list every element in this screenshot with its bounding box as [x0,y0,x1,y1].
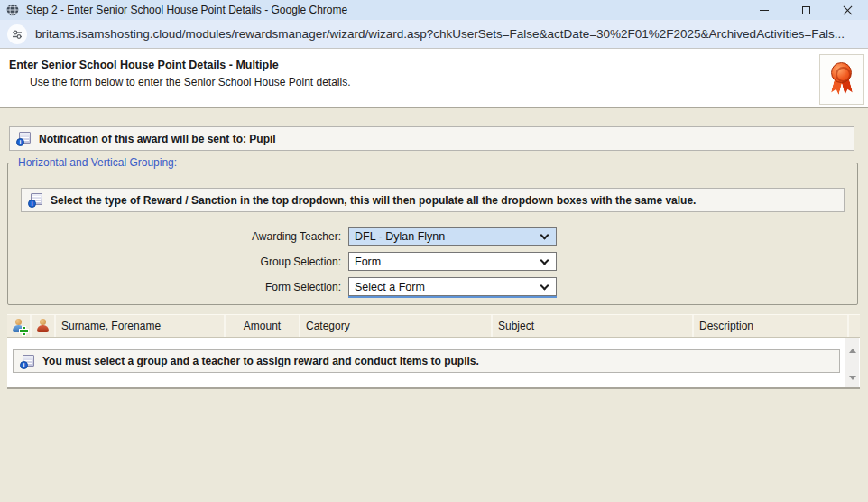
page-title: Enter Senior School House Point Details … [9,59,279,71]
column-surname-forename: Surname, Forename [56,315,226,337]
pupil-header-cell[interactable] [32,315,56,337]
column-category: Category [300,315,493,337]
form-selection-row: Form Selection: Select a Form [8,277,857,296]
table-scrollbar[interactable] [845,338,859,387]
window-title: Step 2 - Enter Senior School House Point… [26,4,347,16]
chevron-down-icon [540,231,549,240]
form-info-icon [21,355,34,368]
window-titlebar: Step 2 - Enter Senior School House Point… [0,0,868,20]
empty-table-message-bar: You must select a group and a teacher to… [13,349,840,373]
address-bar[interactable]: britams.isamshosting.cloud/modules/rewar… [0,20,868,49]
form-info-icon [29,193,42,207]
grouping-fieldset: Horizontal and Vertical Grouping: Select… [7,163,858,305]
page-header: Enter Senior School House Point Details … [0,49,868,108]
person-add-icon [11,319,26,333]
notification-bar: Notification of this award will be sent … [9,126,854,151]
group-selection-label: Group Selection: [8,256,341,268]
scroll-up-icon[interactable] [849,349,856,353]
person-icon [35,319,51,333]
column-description: Description [694,315,849,337]
scroll-down-icon[interactable] [849,376,856,380]
maximize-icon [802,6,810,14]
awarding-teacher-label: Awarding Teacher: [8,230,341,243]
chevron-down-icon [540,256,549,265]
group-selection-select[interactable]: Form [348,252,557,271]
group-selection-row: Group Selection: Form [8,252,857,271]
pupil-table-header: Surname, Forename Amount Category Subjec… [7,314,860,338]
close-icon [843,5,853,15]
red-rosette-ribbon-icon [830,62,854,97]
chrome-popup-window: Step 2 - Enter Senior School House Point… [0,0,868,502]
scrollbar-header-stub [849,315,860,337]
globe-icon [6,4,19,16]
award-ribbon-box [819,54,864,105]
tune-icon [12,29,23,40]
notification-text: Notification of this award will be sent … [39,133,276,145]
dropdown-help-bar: Select the type of Reward / Sanction in … [21,188,845,212]
column-amount: Amount [226,315,300,337]
column-subject: Subject [493,315,694,337]
close-button[interactable] [826,0,868,20]
empty-table-message: You must select a group and a teacher to… [42,355,479,367]
site-info-button[interactable] [7,24,27,44]
minimize-icon [760,10,769,11]
form-info-icon [17,132,31,145]
group-selection-value: Form [355,256,381,268]
maximize-button[interactable] [785,0,826,20]
awarding-teacher-value: DFL - Dylan Flynn [355,230,445,243]
awarding-teacher-row: Awarding Teacher: DFL - Dylan Flynn [8,227,857,246]
wizard-body: Notification of this award will be sent … [0,108,868,502]
grouping-legend: Horizontal and Vertical Grouping: [14,156,181,169]
add-pupil-header-cell[interactable] [7,315,32,337]
awarding-teacher-select[interactable]: DFL - Dylan Flynn [348,227,557,246]
form-selection-label: Form Selection: [8,281,341,293]
url-text[interactable]: britams.isamshosting.cloud/modules/rewar… [35,27,845,41]
chevron-down-icon [540,282,549,291]
window-controls [743,0,868,20]
pupil-table-body: You must select a group and a teacher to… [7,338,860,389]
minimize-button[interactable] [743,0,785,20]
form-selection-value: Select a Form [355,281,425,293]
dropdown-help-text: Select the type of Reward / Sanction in … [51,194,696,207]
page-subtitle: Use the form below to enter the Senior S… [30,76,351,88]
form-selection-select[interactable]: Select a Form [348,277,557,296]
